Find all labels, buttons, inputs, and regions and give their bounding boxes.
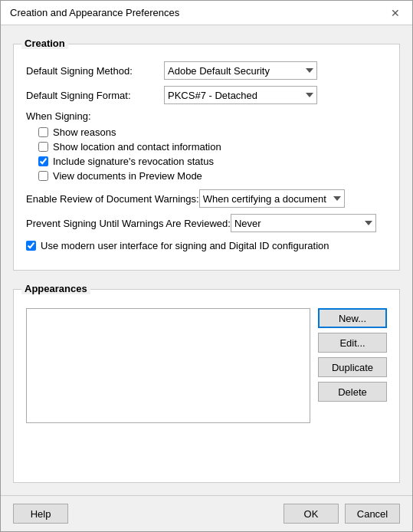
checkbox-include-revocation: Include signature's revocation status [26, 156, 387, 167]
creation-section-label: Creation [21, 38, 68, 49]
appearances-body: New... Edit... Duplicate Delete [26, 308, 387, 423]
show-location-checkbox[interactable] [38, 142, 48, 152]
appearances-section: Appearances New... Edit... Duplicate Del… [13, 289, 400, 483]
checkbox-show-location: Show location and contact information [26, 141, 387, 153]
warnings-row: Enable Review of Document Warnings: When… [26, 189, 387, 208]
dialog-footer: Help OK Cancel [1, 495, 412, 531]
show-reasons-label[interactable]: Show reasons [53, 126, 116, 138]
signing-method-label: Default Signing Method: [26, 65, 164, 77]
appearances-buttons: New... Edit... Duplicate Delete [318, 308, 387, 423]
prevent-row: Prevent Signing Until Warnings Are Revie… [26, 214, 387, 232]
checkbox-view-preview: View documents in Preview Mode [26, 170, 387, 182]
creation-section-wrapper: Creation Default Signing Method: Adobe D… [13, 44, 400, 271]
close-button[interactable]: ✕ [388, 5, 403, 21]
dialog: Creation and Appearance Preferences ✕ Cr… [0, 0, 413, 532]
warnings-label: Enable Review of Document Warnings: [26, 193, 199, 205]
creation-section: Creation Default Signing Method: Adobe D… [13, 44, 400, 271]
edit-button[interactable]: Edit... [318, 333, 387, 353]
warnings-select[interactable]: When certifying a document When certifyi… [199, 189, 345, 208]
signing-method-select[interactable]: Adobe Default Security Adobe Default Sec… [164, 61, 317, 80]
view-preview-checkbox[interactable] [38, 171, 48, 181]
appearances-list[interactable] [26, 308, 310, 423]
view-preview-label[interactable]: View documents in Preview Mode [53, 170, 202, 182]
prevent-label: Prevent Signing Until Warnings Are Revie… [26, 218, 231, 229]
signing-format-select[interactable]: PKCS#7 - Detached PKCS#7 - Detached [164, 86, 317, 104]
when-signing-label: When Signing: [26, 110, 387, 122]
include-revocation-checkbox[interactable] [38, 156, 48, 166]
show-reasons-checkbox[interactable] [38, 127, 48, 137]
appearances-section-label: Appearances [21, 283, 90, 294]
delete-button[interactable]: Delete [318, 382, 387, 402]
checkbox-show-reasons: Show reasons [26, 126, 387, 138]
new-button[interactable]: New... [318, 308, 387, 328]
signing-format-label: Default Signing Format: [26, 90, 164, 101]
dialog-content: Creation Default Signing Method: Adobe D… [1, 25, 412, 495]
include-revocation-label[interactable]: Include signature's revocation status [53, 156, 214, 167]
footer-right: OK Cancel [284, 504, 400, 524]
signing-format-row: Default Signing Format: PKCS#7 - Detache… [26, 86, 387, 104]
appearances-section-wrapper: Appearances New... Edit... Duplicate Del… [13, 289, 400, 483]
prevent-select[interactable]: Never NeverAlways [231, 214, 376, 232]
duplicate-button[interactable]: Duplicate [318, 357, 387, 377]
title-bar: Creation and Appearance Preferences ✕ [1, 1, 412, 25]
show-location-label[interactable]: Show location and contact information [53, 141, 221, 153]
modern-ui-label[interactable]: Use modern user interface for signing an… [41, 240, 329, 251]
cancel-button[interactable]: Cancel [345, 504, 400, 524]
modern-ui-checkbox[interactable] [26, 241, 36, 251]
help-button[interactable]: Help [13, 504, 68, 524]
signing-method-row: Default Signing Method: Adobe Default Se… [26, 61, 387, 80]
ok-button[interactable]: OK [284, 504, 339, 524]
dialog-title: Creation and Appearance Preferences [10, 7, 179, 18]
modern-ui-row: Use modern user interface for signing an… [26, 240, 387, 251]
